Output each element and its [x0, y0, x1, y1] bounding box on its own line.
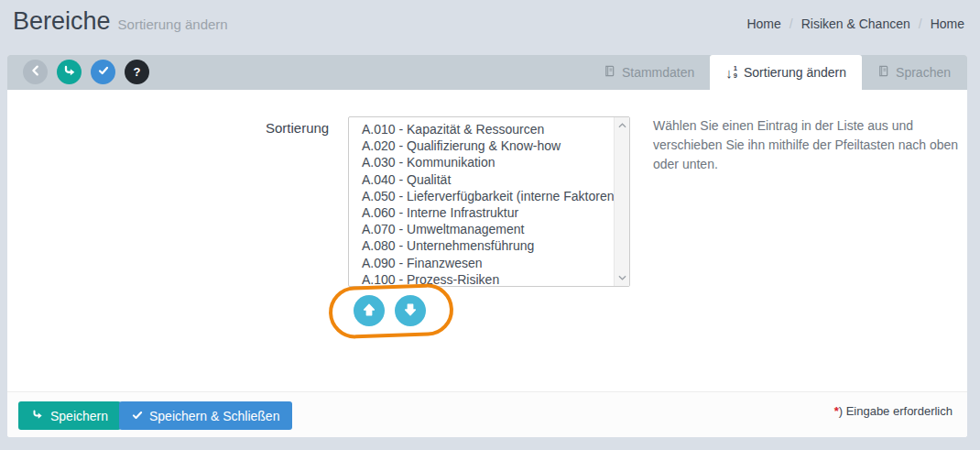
scroll-up-icon[interactable]: [615, 118, 629, 133]
tab-sprachen[interactable]: Sprachen: [862, 55, 966, 90]
breadcrumb-separator: /: [789, 16, 793, 31]
back-button[interactable]: [23, 60, 48, 84]
save-arrow-icon: [62, 63, 77, 81]
scroll-down-icon[interactable]: [615, 270, 629, 285]
check-icon: [132, 409, 143, 423]
list-item[interactable]: A.100 - Prozess-Risiken: [349, 271, 613, 287]
chevron-left-icon: [29, 64, 42, 80]
listbox-scrollbar[interactable]: [614, 117, 629, 286]
sortierung-label: Sortierung: [266, 120, 329, 136]
save-close-button-toolbar[interactable]: [91, 60, 115, 84]
breadcrumb-home-2[interactable]: Home: [931, 16, 964, 31]
page-title-text: Bereiche: [13, 7, 111, 35]
arrow-down-icon: [402, 302, 419, 321]
tab-label: Stammdaten: [622, 65, 694, 80]
list-item[interactable]: A.070 - Umweltmanagement: [349, 221, 613, 237]
move-down-button[interactable]: [395, 295, 426, 326]
page: BereicheSortierung ändern Home / Risiken…: [0, 0, 980, 450]
save-button-label: Speichern: [50, 409, 108, 423]
content-card: ? Stammdaten ↓ 1 9: [7, 55, 967, 437]
sort-numeric-icon: ↓ 1 9: [725, 65, 737, 80]
list-item[interactable]: A.020 - Qualifizierung & Know-how: [349, 137, 613, 154]
tab-label: Sprachen: [896, 65, 951, 80]
listbox-items: A.010 - Kapazität & Ressourcen A.020 - Q…: [349, 121, 613, 287]
question-mark-icon: ?: [134, 65, 141, 79]
breadcrumb-risiken-chancen[interactable]: Risiken & Chancen: [801, 16, 910, 31]
list-item[interactable]: A.030 - Kommunikation: [349, 154, 613, 170]
footer-bar: Speichern Speichern & Schließen *) Einga…: [7, 391, 967, 437]
highlight-annotation: [328, 283, 454, 340]
list-item[interactable]: A.050 - Lieferverfügbarkeit (interne Fak…: [349, 188, 613, 204]
save-arrow-icon: [31, 408, 44, 423]
list-item[interactable]: A.090 - Finanzwesen: [349, 255, 613, 271]
breadcrumb: Home / Risiken & Chancen / Home: [746, 16, 964, 31]
required-note: *) Eingabe erforderlich: [834, 404, 953, 418]
list-item[interactable]: A.060 - Interne Infrastruktur: [349, 204, 613, 221]
toolbar: ? Stammdaten ↓ 1 9: [7, 55, 967, 90]
help-button[interactable]: ?: [125, 60, 149, 84]
move-up-button[interactable]: [354, 295, 385, 326]
tab-sortierung-aendern[interactable]: ↓ 1 9 Sortierung ändern: [710, 55, 862, 90]
tab-label: Sortierung ändern: [744, 65, 846, 80]
save-close-button-label: Speichern & Schließen: [149, 409, 279, 423]
list-item[interactable]: A.080 - Unternehmensführung: [349, 237, 613, 254]
save-close-button[interactable]: Speichern & Schließen: [119, 401, 292, 430]
list-item[interactable]: A.010 - Kapazität & Ressourcen: [349, 121, 613, 137]
sortierung-listbox[interactable]: A.010 - Kapazität & Ressourcen A.020 - Q…: [348, 116, 630, 287]
tab-bar: Stammdaten ↓ 1 9 Sortierung ändern: [588, 55, 966, 90]
breadcrumb-separator: /: [919, 16, 922, 31]
book-icon: [877, 65, 889, 80]
book-icon: [604, 65, 615, 80]
save-button-toolbar[interactable]: [57, 60, 82, 84]
check-icon: [97, 64, 110, 80]
breadcrumb-home[interactable]: Home: [746, 16, 780, 31]
arrow-up-icon: [361, 302, 377, 321]
list-item[interactable]: A.040 - Qualität: [349, 171, 613, 188]
help-text: Wählen Sie einen Eintrag in der Liste au…: [653, 116, 960, 174]
page-title: BereicheSortierung ändern: [13, 7, 228, 36]
page-subtitle: Sortierung ändern: [118, 16, 228, 32]
save-button[interactable]: Speichern: [18, 401, 121, 430]
tab-stammdaten[interactable]: Stammdaten: [588, 55, 710, 90]
